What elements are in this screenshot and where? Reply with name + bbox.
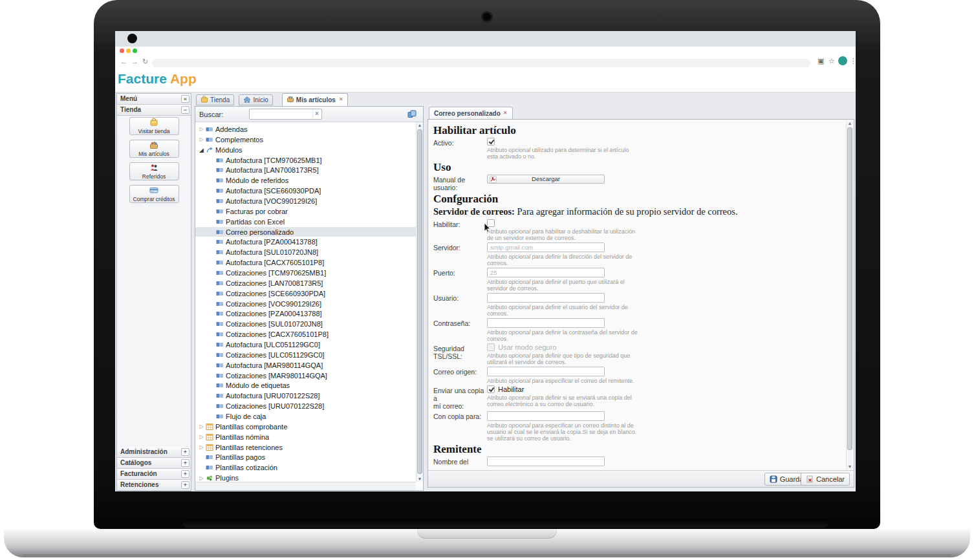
tree-scrollbar[interactable]: ▲ ▼: [416, 122, 423, 482]
tree-item-cotizaciones-ulc051129gc0-[interactable]: Cotizaciones [ULC051129GC0]: [195, 350, 416, 360]
tree-item-plantillas-pagos[interactable]: Plantillas pagos: [195, 453, 416, 463]
tree-item-complementos[interactable]: ▷Complementos: [195, 135, 416, 145]
collapse-node-icon[interactable]: ◢: [199, 147, 204, 153]
tree-item-cotizaciones-lan7008173r5-[interactable]: Cotizaciones [LAN7008173R5]: [195, 278, 416, 288]
expand-node-icon[interactable]: ▷: [199, 424, 204, 429]
search-input[interactable]: [250, 110, 312, 118]
tree-item-flujo-de-caja[interactable]: Flujo de caja: [195, 411, 416, 422]
close-window-icon[interactable]: [120, 48, 124, 53]
section-cat-logos-header[interactable]: Catálogos+: [117, 458, 191, 469]
tab-tienda[interactable]: Tienda: [196, 94, 234, 105]
expand-node-icon[interactable]: ▷: [199, 475, 204, 481]
collapse-menu-button[interactable]: «: [181, 95, 189, 103]
tree-item-autofactura-mar980114gqa-[interactable]: Autofactura [MAR980114GQA]: [195, 360, 416, 371]
cancel-button[interactable]: Cancelar: [801, 473, 850, 486]
tree-item-cotizaciones-sce660930pda-[interactable]: Cotizaciones [SCE660930PDA]: [195, 288, 416, 299]
tree-item-cotizaciones-tcm970625mb1-[interactable]: Cotizaciones [TCM970625MB1]: [195, 268, 416, 278]
clear-search-icon[interactable]: ×: [312, 109, 321, 118]
scroll-down-icon[interactable]: ▼: [417, 477, 423, 481]
tree-item-autofactura-ulc051129gc0-[interactable]: Autofactura [ULC051129GC0]: [195, 339, 416, 350]
tree-item-plantillas-n-mina[interactable]: ▷Plantillas nómina: [195, 432, 416, 442]
expand-node-icon[interactable]: ▷: [199, 126, 204, 132]
tree-item-cotizaciones-mar980114gqa-[interactable]: Cotizaciones [MAR980114GQA]: [195, 371, 416, 381]
section-facturaci-n-header[interactable]: Facturación+: [117, 469, 191, 480]
scroll-up-icon[interactable]: ▲: [417, 123, 423, 127]
tree-item-cotizaciones-uru070122s28-[interactable]: Cotizaciones [URU070122S28]: [195, 401, 416, 411]
tree-item-facturas-por-cobrar[interactable]: Facturas por cobrar: [195, 206, 416, 217]
refresh-icon[interactable]: [407, 110, 417, 120]
detail-tab[interactable]: Correo personalizado ✕: [429, 107, 513, 120]
tree-item-addendas[interactable]: ▷Addendas: [195, 124, 416, 135]
close-detail-tab-icon[interactable]: ✕: [503, 111, 508, 116]
menu-button-referidos[interactable]: Referidos: [129, 162, 179, 180]
expand-section-icon[interactable]: +: [181, 481, 189, 489]
tree-item-autofactura-sce660930pda-[interactable]: Autofactura [SCE660930PDA]: [195, 186, 416, 196]
back-icon[interactable]: ←: [120, 58, 127, 66]
scroll-down-icon[interactable]: ▼: [847, 464, 853, 469]
section-administraci-n-header[interactable]: Administración+: [117, 447, 191, 458]
tree-item-plantillas-retenciones[interactable]: ▷Plantillas retenciones: [195, 442, 416, 453]
tree-item-m-dulo-de-referidos[interactable]: Módulo de referidos: [195, 175, 416, 186]
menu-button-visitar-tienda[interactable]: Visitar tienda: [129, 117, 179, 135]
manual-usuario-button[interactable]: Descargar: [487, 175, 605, 184]
section-retenciones-header[interactable]: Retenciones+: [117, 480, 191, 491]
tab-mis-art-culos[interactable]: Mis artículos✕: [282, 93, 348, 106]
expand-section-icon[interactable]: +: [181, 459, 189, 467]
detail-scrollbar[interactable]: ▲ ▼: [846, 120, 853, 469]
tree-item-label: Cotizaciones [TCM970625MB1]: [226, 269, 326, 277]
expand-node-icon[interactable]: ▷: [199, 444, 204, 450]
forward-icon[interactable]: →: [131, 58, 138, 66]
scroll-up-icon[interactable]: ▲: [847, 121, 853, 125]
tree-item-plugins[interactable]: ▷Plugins: [195, 473, 416, 482]
tree-item-cotizaciones-sul010720jn8-[interactable]: Cotizaciones [SUL010720JN8]: [195, 319, 416, 329]
tree-scroll-thumb[interactable]: [417, 129, 422, 474]
tree-item-m-dulos[interactable]: ◢Módulos: [195, 145, 416, 155]
correo-origen-input[interactable]: [487, 367, 605, 376]
menu-button-mis-art-culos[interactable]: Mis artículos: [129, 140, 179, 158]
servidor-input[interactable]: [487, 242, 605, 252]
tree-item-autofactura-pza000413788-[interactable]: Autofactura [PZA000413788]: [195, 237, 416, 247]
media-icon[interactable]: ▣: [817, 57, 824, 65]
usuario-input[interactable]: [487, 293, 605, 303]
tree-item-label: Cotizaciones [SCE660930PDA]: [226, 290, 325, 297]
tree-item-m-dulo-de-etiquetas[interactable]: Módulo de etiquetas: [195, 380, 416, 391]
tree-item-autofactura-sul010720jn8-[interactable]: Autofactura [SUL010720JN8]: [195, 247, 416, 257]
tree-item-plantillas-comprobante[interactable]: ▷Plantillas comprobante: [195, 422, 416, 432]
expand-node-icon[interactable]: ▷: [199, 434, 204, 440]
bookmark-star-icon[interactable]: ☆: [828, 57, 835, 65]
browser-menu-icon[interactable]: ⋮: [850, 57, 856, 65]
profile-avatar[interactable]: [838, 56, 847, 65]
collapse-section-icon[interactable]: −: [181, 106, 189, 114]
address-bar[interactable]: [152, 59, 810, 67]
tree-item-label: Autofactura [MAR980114GQA]: [226, 361, 323, 369]
menu-button-comprar-cr-ditos[interactable]: Comprar créditos: [129, 185, 179, 203]
maximize-window-icon[interactable]: [133, 48, 137, 53]
tree-item-correo-personalizado[interactable]: Correo personalizado: [195, 227, 416, 237]
nombre-del-input[interactable]: [487, 457, 605, 466]
minimize-window-icon[interactable]: [126, 48, 131, 53]
enviar-copia-checkbox[interactable]: [487, 385, 495, 393]
expand-section-icon[interactable]: +: [181, 448, 189, 456]
expand-node-icon[interactable]: ▷: [199, 136, 204, 142]
tree-item-partidas-con-excel[interactable]: Partidas con Excel: [195, 217, 416, 227]
tree-item-cotizaciones-cacx7605101p8-[interactable]: Cotizaciones [CACX7605101P8]: [195, 329, 416, 339]
puerto-input[interactable]: [487, 268, 605, 277]
module-icon: [216, 269, 224, 277]
close-tab-icon[interactable]: ✕: [339, 97, 343, 102]
activo-checkbox[interactable]: [487, 138, 495, 145]
section-tienda-header[interactable]: Tienda −: [117, 105, 191, 116]
tree-item-cotizaciones-voc990129i26-[interactable]: Cotizaciones [VOC990129I26]: [195, 299, 416, 309]
tree-item-autofactura-cacx7605101p8-[interactable]: Autofactura [CACX7605101P8]: [195, 257, 416, 268]
expand-section-icon[interactable]: +: [181, 470, 189, 478]
contrasena-input[interactable]: [487, 318, 605, 328]
tab-inicio[interactable]: Inicio: [239, 94, 272, 105]
tree-item-plantillas-cotizaci-n[interactable]: Plantillas cotización: [195, 462, 416, 473]
reload-icon[interactable]: ↻: [142, 58, 148, 66]
tree-item-cotizaciones-pza000413788-[interactable]: Cotizaciones [PZA000413788]: [195, 308, 416, 319]
tree-item-autofactura-uru070122s28-[interactable]: Autofactura [URU070122S28]: [195, 391, 416, 401]
con-copia-input[interactable]: [487, 411, 605, 421]
tree-item-autofactura-lan7008173r5-[interactable]: Autofactura [LAN7008173R5]: [195, 165, 416, 175]
detail-scroll-thumb[interactable]: [847, 127, 852, 450]
tree-item-autofactura-voc990129i26-[interactable]: Autofactura [VOC990129I26]: [195, 196, 416, 206]
tree-item-autofactura-tcm970625mb1-[interactable]: Autofactura [TCM970625MB1]: [195, 155, 416, 166]
